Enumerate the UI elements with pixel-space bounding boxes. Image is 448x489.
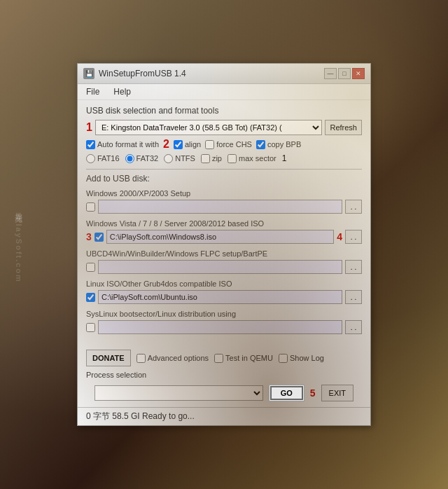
linux-path[interactable] [98,290,342,304]
main-content: USB disk selection and format tools 1 E:… [78,100,370,345]
force-chs-label: force CHS [216,140,252,149]
ubcd-path[interactable] [98,260,342,274]
process-row: GO 5 EXIT [86,382,362,404]
badge-4: 4 [337,231,342,242]
ubcd-row: . . [86,260,362,274]
winxp-title: Windows 2000/XP/2003 Setup [86,189,362,198]
force-chs-checkbox-label[interactable]: force CHS [205,140,252,149]
fat32-label: FAT32 [136,154,159,163]
ntfs-radio[interactable] [164,154,173,163]
max-sector-checkbox[interactable] [227,154,237,163]
maximize-button[interactable]: □ [338,68,351,79]
title-bar-left: 💾 WinSetupFromUSB 1.4 [83,68,186,79]
ubcd-browse-button[interactable]: . . [345,260,362,274]
align-checkbox-label[interactable]: align [174,140,201,149]
show-log-label[interactable]: Show Log [279,354,324,363]
refresh-button[interactable]: Refresh [325,120,362,135]
process-dropdown[interactable] [94,385,263,401]
bottom-bar: DONATE Advanced options Test in QEMU Sho… [78,345,370,371]
winxp-browse-button[interactable]: . . [345,200,362,214]
fat32-radio[interactable] [125,154,134,163]
badge-3: 3 [86,231,92,242]
format-row: Auto format it with 2 align force CHS co… [86,138,362,151]
auto-format-label: Auto format it with [97,140,159,149]
advanced-options-text: Advanced options [148,354,209,362]
status-text: 0 字节 58.5 GI Ready to go... [86,411,195,421]
syslinux-path[interactable] [98,320,342,334]
disk-dropdown[interactable]: E: Kingston DataTraveler 3.0 (58.5 GB To… [95,120,323,135]
fat16-label: FAT16 [97,154,120,163]
window-title: WinSetupFromUSB 1.4 [99,69,186,78]
format-options-row: FAT16 FAT32 NTFS zip max sector 1 [86,153,362,163]
usb-item-syslinux: SysLinux bootsector/Linux distribution u… [86,310,362,334]
main-window: 💾 WinSetupFromUSB 1.4 — □ ✕ File Help US… [77,63,371,426]
ntfs-radio-label[interactable]: NTFS [164,154,195,163]
ubcd-title: UBCD4Win/WinBuilder/Windows FLPC setup/B… [86,249,362,258]
max-sector-label: max sector [239,154,276,163]
zip-label: zip [212,154,222,163]
syslinux-title: SysLinux bootsector/Linux distribution u… [86,310,362,318]
usb-item-ubcd: UBCD4Win/WinBuilder/Windows FLPC setup/B… [86,249,362,274]
test-qemu-checkbox[interactable] [214,354,223,363]
test-qemu-text: Test in QEMU [225,354,273,362]
max-sector-value: 1 [282,153,287,163]
linux-checkbox[interactable] [86,293,95,302]
status-bar: 0 字节 58.5 GI Ready to go... [78,407,370,425]
vista-checkbox[interactable] [94,233,104,242]
force-chs-checkbox[interactable] [205,140,214,149]
align-checkbox[interactable] [174,140,183,149]
disk-section-label: USB disk selection and format tools [86,106,362,116]
badge-5: 5 [310,387,316,399]
copy-bpb-checkbox-label[interactable]: copy BPB [256,140,301,149]
zip-checkbox-label[interactable]: zip [201,154,222,163]
menu-help[interactable]: Help [111,85,134,98]
winxp-checkbox[interactable] [86,202,95,212]
linux-browse-button[interactable]: . . [345,290,362,304]
badge-2: 2 [163,138,169,151]
auto-format-checkbox-label[interactable]: Auto format it with [86,140,159,149]
show-log-checkbox[interactable] [279,354,288,363]
usb-item-vista: Windows Vista / 7 / 8 / Server 2008/2012… [86,219,362,244]
show-log-text: Show Log [290,354,324,362]
vista-path[interactable] [106,230,334,244]
close-button[interactable]: ✕ [352,68,365,79]
max-sector-checkbox-label[interactable]: max sector [227,154,276,163]
go-button[interactable]: GO [269,385,304,401]
copy-bpb-checkbox[interactable] [256,140,265,149]
exit-button[interactable]: EXIT [321,385,354,401]
minimize-button[interactable]: — [324,68,337,79]
vista-title: Windows Vista / 7 / 8 / Server 2008/2012… [86,219,362,228]
process-label: Process selection [86,371,362,379]
winxp-row: . . [86,200,362,214]
go-label: GO [281,389,293,397]
syslinux-checkbox[interactable] [86,323,95,332]
menu-file[interactable]: File [83,85,102,98]
vista-browse-button[interactable]: . . [345,230,362,244]
menu-bar: File Help [78,84,370,100]
process-section: Process selection GO 5 EXIT [78,371,370,407]
auto-format-checkbox[interactable] [86,140,95,149]
syslinux-browse-button[interactable]: . . [345,320,362,334]
zip-checkbox[interactable] [201,154,210,163]
usb-item-winxp: Windows 2000/XP/2003 Setup . . [86,189,362,214]
badge-1: 1 [86,121,92,134]
align-label: align [185,140,201,149]
advanced-options-label[interactable]: Advanced options [136,354,209,363]
advanced-options-checkbox[interactable] [136,354,146,363]
ntfs-label: NTFS [175,154,195,163]
fat16-radio[interactable] [86,154,95,163]
fat32-radio-label[interactable]: FAT32 [125,154,159,163]
app-icon: 💾 [83,68,94,79]
winxp-path[interactable] [98,200,342,214]
test-qemu-label[interactable]: Test in QEMU [214,354,273,363]
vista-row: 3 4 . . [86,230,362,244]
linux-row: . . [86,290,362,304]
fat16-radio-label[interactable]: FAT16 [86,154,120,163]
disk-selection-row: 1 E: Kingston DataTraveler 3.0 (58.5 GB … [86,120,362,135]
donate-button[interactable]: DONATE [86,350,131,366]
title-bar: 💾 WinSetupFromUSB 1.4 — □ ✕ [78,64,370,84]
ubcd-checkbox[interactable] [86,263,95,272]
divider-1 [86,169,362,170]
usb-item-linux: Linux ISO/Other Grub4dos compatible ISO … [86,280,362,304]
add-label: Add to USB disk: [86,174,362,184]
